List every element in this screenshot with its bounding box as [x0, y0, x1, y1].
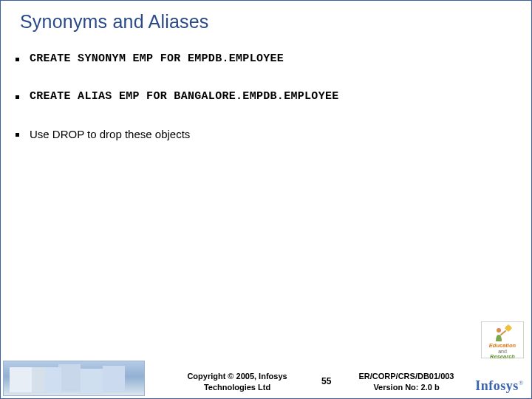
- logo-text: Infosys: [475, 378, 519, 393]
- registered-icon: ®: [519, 379, 524, 386]
- slide: Synonyms and Aliases CREATE SYNONYM EMP …: [0, 0, 532, 399]
- slide-title: Synonyms and Aliases: [20, 11, 209, 33]
- bullet-icon: [16, 58, 19, 61]
- list-item: CREATE SYNONYM EMP FOR EMPDB.EMPLOYEE: [16, 52, 509, 65]
- document-id: ER/CORP/CRS/DB01/003: [351, 371, 462, 381]
- bullet-list: CREATE SYNONYM EMP FOR EMPDB.EMPLOYEE CR…: [16, 52, 509, 166]
- infosys-logo: Infosys®: [475, 378, 524, 394]
- bullet-icon: [16, 95, 19, 99]
- copyright-line-1: Copyright © 2005, Infosys: [171, 371, 304, 381]
- footer: Copyright © 2005, Infosys Technologies L…: [1, 352, 531, 398]
- bullet-text: CREATE SYNONYM EMP FOR EMPDB.EMPLOYEE: [30, 52, 284, 65]
- badge-line-1: Education: [482, 343, 523, 349]
- copyright-line-2: Technologies Ltd: [171, 382, 304, 392]
- decorative-skyline-image: [3, 361, 145, 396]
- copyright-block: Copyright © 2005, Infosys Technologies L…: [171, 371, 304, 392]
- list-item: CREATE ALIAS EMP FOR BANGALORE.EMPDB.EMP…: [16, 90, 509, 103]
- bullet-text: Use DROP to drop these objects: [30, 128, 190, 140]
- svg-point-0: [506, 326, 511, 331]
- document-id-block: ER/CORP/CRS/DB01/003 Version No: 2.0 b: [351, 371, 462, 392]
- person-sun-icon: [492, 324, 513, 342]
- bullet-icon: [16, 133, 19, 137]
- version-number: Version No: 2.0 b: [351, 382, 462, 392]
- bullet-text: CREATE ALIAS EMP FOR BANGALORE.EMPDB.EMP…: [30, 90, 339, 103]
- list-item: Use DROP to drop these objects: [16, 128, 509, 140]
- page-number: 55: [321, 376, 331, 386]
- svg-point-5: [497, 328, 501, 332]
